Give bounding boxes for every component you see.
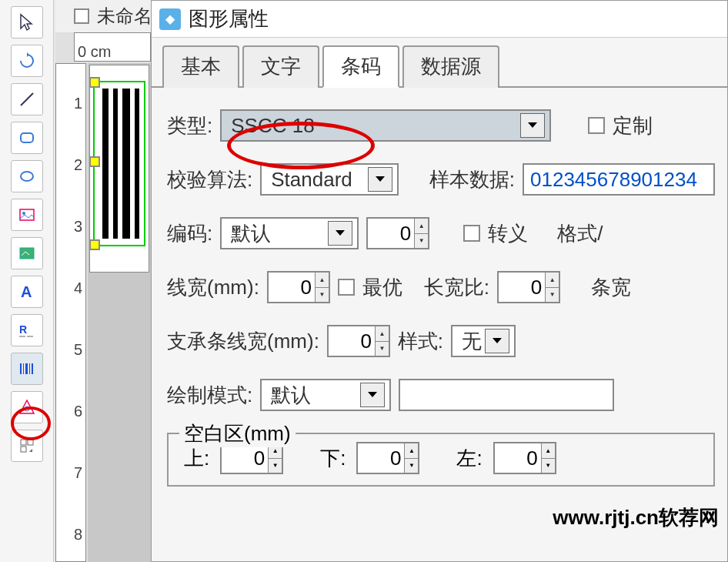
blank-left-input[interactable]	[495, 447, 541, 470]
encoding-select[interactable]: 默认	[220, 217, 359, 249]
style-select[interactable]: 无	[451, 325, 516, 357]
svg-point-2	[21, 172, 33, 181]
escape-checkbox[interactable]	[463, 225, 480, 242]
tool-ellipse[interactable]	[11, 160, 43, 192]
tool-image-edit[interactable]	[11, 237, 43, 269]
tool-richtext[interactable]: R	[11, 314, 43, 346]
tool-rounded-rect[interactable]	[11, 122, 43, 154]
spin-up-icon[interactable]: ▲	[542, 443, 555, 459]
tool-image[interactable]	[11, 199, 43, 231]
sample-label: 样本数据:	[429, 166, 515, 193]
sample-input[interactable]	[523, 163, 715, 196]
drawmode-extra-input[interactable]	[399, 379, 614, 411]
svg-point-4	[22, 212, 25, 215]
ruler-vertical: 1 2 3 4 5 6 7 8	[55, 63, 86, 562]
tab-content-barcode: 类型: SSCC 18 定制 校验算法: Standard 样本数据: 编码: …	[152, 86, 727, 499]
custom-checkbox[interactable]	[588, 117, 605, 134]
tab-barcode[interactable]: 条码	[322, 45, 399, 88]
support-label: 支承条线宽(mm):	[167, 328, 319, 355]
type-label: 类型:	[167, 112, 212, 139]
support-spinner[interactable]: ▲▼	[327, 325, 390, 357]
barwidth-label: 条宽	[591, 274, 631, 301]
spin-up-icon[interactable]: ▲	[316, 273, 329, 288]
format-label: 格式/	[557, 220, 603, 247]
custom-label: 定制	[613, 112, 653, 139]
support-input[interactable]	[329, 330, 375, 353]
properties-dialog: ◆ 图形属性 基本 文字 条码 数据源 类型: SSCC 18 定制 校验算法:…	[151, 0, 728, 562]
svg-point-15	[25, 406, 29, 411]
type-select[interactable]: SSCC 18	[220, 109, 551, 142]
style-dropdown-icon[interactable]	[485, 329, 509, 353]
spin-up-icon[interactable]: ▲	[415, 219, 428, 234]
checksum-select[interactable]: Standard	[260, 163, 399, 196]
ratio-input[interactable]	[499, 276, 545, 299]
blank-top-input[interactable]	[222, 447, 268, 470]
spin-up-icon[interactable]: ▲	[376, 326, 389, 342]
tool-pointer[interactable]	[11, 6, 43, 38]
page-area	[89, 65, 149, 273]
spin-down-icon[interactable]: ▼	[316, 288, 329, 303]
dialog-icon: ◆	[159, 8, 181, 30]
document-icon	[74, 8, 89, 24]
spin-down-icon[interactable]: ▼	[546, 288, 559, 303]
tool-rotate[interactable]	[11, 45, 43, 77]
style-value: 无	[462, 328, 482, 355]
svg-line-0	[21, 93, 33, 105]
checksum-label: 校验算法:	[167, 166, 252, 193]
blank-bottom-label: 下:	[320, 445, 346, 472]
blank-left-label: 左:	[456, 445, 482, 472]
tool-line[interactable]	[11, 83, 43, 115]
optimal-checkbox[interactable]	[338, 279, 355, 296]
design-canvas[interactable]	[88, 63, 151, 562]
spin-up-icon[interactable]: ▲	[405, 443, 418, 459]
spin-down-icon[interactable]: ▼	[269, 459, 282, 473]
drawmode-select[interactable]: 默认	[260, 379, 391, 411]
svg-rect-14	[32, 363, 33, 374]
tab-basic[interactable]: 基本	[162, 45, 239, 88]
blank-fieldset: 空白区(mm) 上: ▲▼ 下: ▲▼ 左: ▲▼	[167, 433, 715, 487]
type-dropdown-icon[interactable]	[520, 113, 545, 138]
tab-text[interactable]: 文字	[242, 45, 319, 88]
spin-down-icon[interactable]: ▼	[542, 459, 555, 473]
ratio-spinner[interactable]: ▲▼	[497, 271, 560, 303]
svg-rect-11	[23, 363, 24, 374]
linewidth-spinner[interactable]: ▲▼	[267, 271, 330, 303]
checksum-dropdown-icon[interactable]	[368, 167, 392, 192]
blank-top-label: 上:	[184, 445, 209, 472]
svg-rect-13	[29, 363, 30, 374]
escape-label: 转义	[488, 220, 528, 247]
ratio-label: 长宽比:	[424, 274, 489, 301]
drawmode-label: 绘制模式:	[167, 382, 252, 409]
blank-bottom-spinner[interactable]: ▲▼	[356, 442, 419, 474]
encoding-dropdown-icon[interactable]	[328, 221, 352, 246]
tool-text[interactable]: A	[11, 276, 43, 308]
dialog-titlebar: ◆ 图形属性	[152, 1, 727, 38]
type-value: SSCC 18	[231, 114, 314, 138]
tool-grid[interactable]	[11, 430, 43, 462]
blank-left-spinner[interactable]: ▲▼	[493, 442, 556, 474]
encoding-spinner-input[interactable]	[368, 222, 414, 246]
svg-rect-1	[21, 133, 33, 142]
spin-down-icon[interactable]: ▼	[376, 342, 389, 356]
blank-bottom-input[interactable]	[358, 447, 404, 470]
drawmode-dropdown-icon[interactable]	[360, 383, 385, 407]
drawmode-value: 默认	[271, 382, 311, 409]
svg-rect-17	[28, 440, 33, 445]
tool-barcode[interactable]	[11, 353, 43, 385]
tab-datasource[interactable]: 数据源	[402, 45, 499, 88]
tool-shape[interactable]	[11, 391, 43, 423]
svg-text:A: A	[21, 283, 32, 300]
left-toolbar: A R	[0, 0, 54, 562]
spin-up-icon[interactable]: ▲	[546, 273, 559, 288]
spin-down-icon[interactable]: ▼	[405, 459, 418, 473]
blank-legend: 空白区(mm)	[179, 420, 296, 447]
svg-rect-12	[25, 363, 28, 374]
encoding-label: 编码:	[167, 220, 212, 247]
spin-down-icon[interactable]: ▼	[415, 234, 428, 249]
svg-rect-16	[21, 440, 26, 445]
linewidth-label: 线宽(mm):	[167, 274, 259, 301]
encoding-spinner[interactable]: ▲▼	[366, 217, 429, 249]
optimal-label: 最优	[362, 274, 402, 301]
barcode-object[interactable]	[93, 81, 145, 246]
linewidth-input[interactable]	[269, 276, 315, 299]
